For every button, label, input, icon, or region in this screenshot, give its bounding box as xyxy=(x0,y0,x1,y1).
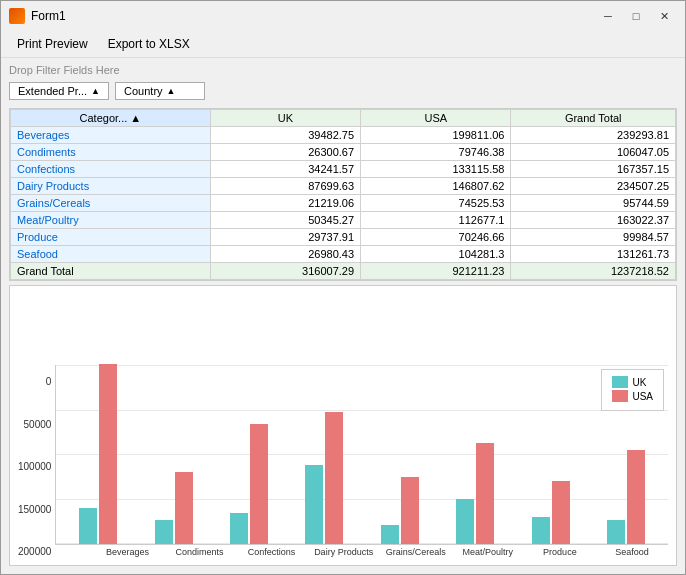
row-label: Meat/Poultry xyxy=(11,212,211,229)
country-arrow: ▲ xyxy=(167,86,176,96)
grand-total-usa: 921211.23 xyxy=(361,263,511,280)
minimize-button[interactable]: ─ xyxy=(595,7,621,25)
total-value: 163022.37 xyxy=(511,212,676,229)
usa-bar xyxy=(627,450,645,544)
total-value: 131261.73 xyxy=(511,246,676,263)
x-axis-label: Produce xyxy=(524,547,596,557)
usa-bar xyxy=(175,472,193,544)
usa-value: 74525.53 xyxy=(361,195,511,212)
y-axis-label: 200000 xyxy=(18,547,51,557)
grand-total-uk: 316007.29 xyxy=(210,263,360,280)
usa-value: 133115.58 xyxy=(361,161,511,178)
uk-value: 29737.91 xyxy=(210,229,360,246)
x-axis-label: Confections xyxy=(236,547,308,557)
bar-group xyxy=(155,472,193,544)
y-axis-label: 50000 xyxy=(18,420,51,430)
total-value: 167357.15 xyxy=(511,161,676,178)
y-axis-label: 150000 xyxy=(18,505,51,515)
uk-column-header: UK xyxy=(210,110,360,127)
uk-bar xyxy=(381,525,399,544)
usa-value: 112677.1 xyxy=(361,212,511,229)
usa-bar xyxy=(250,424,268,544)
bar-group xyxy=(381,477,419,544)
table-row: Produce 29737.91 70246.66 99984.57 xyxy=(11,229,676,246)
chart-section: 200000150000100000500000 BeveragesCondim… xyxy=(9,285,677,566)
pivot-table: Categor... ▲ UK USA Grand Total Beverage… xyxy=(10,109,676,280)
y-axis: 200000150000100000500000 xyxy=(18,377,51,557)
row-label: Dairy Products xyxy=(11,178,211,195)
table-row: Beverages 39482.75 199811.06 239293.81 xyxy=(11,127,676,144)
table-row: Seafood 26980.43 104281.3 131261.73 xyxy=(11,246,676,263)
category-column-header[interactable]: Categor... ▲ xyxy=(11,110,211,127)
export-xlsx-menu[interactable]: Export to XLSX xyxy=(100,35,198,53)
total-value: 106047.05 xyxy=(511,144,676,161)
usa-value: 104281.3 xyxy=(361,246,511,263)
bar-group xyxy=(79,364,117,544)
table-row: Grains/Cereals 21219.06 74525.53 95744.5… xyxy=(11,195,676,212)
usa-value: 70246.66 xyxy=(361,229,511,246)
menu-bar: Print Preview Export to XLSX xyxy=(1,31,685,58)
table-row: Confections 34241.57 133115.58 167357.15 xyxy=(11,161,676,178)
y-axis-label: 100000 xyxy=(18,462,51,472)
filter-fields: Extended Pr... ▲ Country ▲ xyxy=(9,78,677,104)
x-axis-label: Meat/Poultry xyxy=(452,547,524,557)
table-row: Condiments 26300.67 79746.38 106047.05 xyxy=(11,144,676,161)
country-filter[interactable]: Country ▲ xyxy=(115,82,205,100)
uk-value: 26980.43 xyxy=(210,246,360,263)
uk-bar xyxy=(155,520,173,544)
drop-filter-label: Drop Filter Fields Here xyxy=(9,62,677,78)
main-window: Form1 ─ □ ✕ Print Preview Export to XLSX… xyxy=(0,0,686,575)
uk-value: 87699.63 xyxy=(210,178,360,195)
title-bar: Form1 ─ □ ✕ xyxy=(1,1,685,31)
total-value: 99984.57 xyxy=(511,229,676,246)
usa-bar xyxy=(99,364,117,544)
x-labels: BeveragesCondimentsConfectionsDairy Prod… xyxy=(55,545,668,557)
bar-group xyxy=(607,450,645,544)
uk-bar xyxy=(532,517,550,544)
usa-value: 199811.06 xyxy=(361,127,511,144)
usa-bar xyxy=(401,477,419,544)
uk-bar xyxy=(305,465,323,544)
uk-value: 21219.06 xyxy=(210,195,360,212)
row-label: Beverages xyxy=(11,127,211,144)
row-label: Produce xyxy=(11,229,211,246)
total-value: 95744.59 xyxy=(511,195,676,212)
x-axis-label: Condiments xyxy=(163,547,235,557)
filter-area: Drop Filter Fields Here Extended Pr... ▲… xyxy=(1,58,685,108)
grand-total-row: Grand Total 316007.29 921211.23 1237218.… xyxy=(11,263,676,280)
close-button[interactable]: ✕ xyxy=(651,7,677,25)
usa-bar xyxy=(552,481,570,544)
total-value: 234507.25 xyxy=(511,178,676,195)
grand-total-total: 1237218.52 xyxy=(511,263,676,280)
bar-group xyxy=(532,481,570,544)
x-axis-label: Seafood xyxy=(596,547,668,557)
chart-container: 200000150000100000500000 BeveragesCondim… xyxy=(18,294,668,557)
bar-group xyxy=(305,412,343,544)
bar-group xyxy=(456,443,494,544)
usa-column-header: USA xyxy=(361,110,511,127)
y-axis-label: 0 xyxy=(18,377,51,387)
x-axis-label: Dairy Products xyxy=(308,547,380,557)
window-title: Form1 xyxy=(31,9,589,23)
x-axis-label: Grains/Cereals xyxy=(380,547,452,557)
usa-bar xyxy=(476,443,494,544)
maximize-button[interactable]: □ xyxy=(623,7,649,25)
uk-bar xyxy=(456,499,474,544)
uk-bar xyxy=(607,520,625,544)
chart-inner xyxy=(55,365,668,545)
extended-pr-label: Extended Pr... xyxy=(18,85,87,97)
usa-value: 146807.62 xyxy=(361,178,511,195)
uk-value: 50345.27 xyxy=(210,212,360,229)
row-label: Seafood xyxy=(11,246,211,263)
row-label: Condiments xyxy=(11,144,211,161)
bar-group xyxy=(230,424,268,544)
uk-bar xyxy=(79,508,97,544)
print-preview-menu[interactable]: Print Preview xyxy=(9,35,96,53)
row-label: Grains/Cereals xyxy=(11,195,211,212)
table-row: Dairy Products 87699.63 146807.62 234507… xyxy=(11,178,676,195)
table-row: Meat/Poultry 50345.27 112677.1 163022.37 xyxy=(11,212,676,229)
window-controls: ─ □ ✕ xyxy=(595,7,677,25)
uk-value: 34241.57 xyxy=(210,161,360,178)
extended-pr-filter[interactable]: Extended Pr... ▲ xyxy=(9,82,109,100)
bar-groups xyxy=(56,365,668,544)
